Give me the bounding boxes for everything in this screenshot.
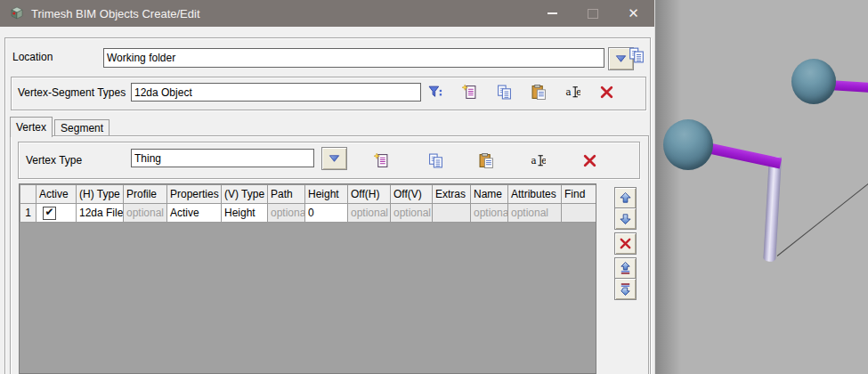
minimize-button[interactable] xyxy=(532,0,572,27)
cell-profile[interactable]: optional xyxy=(124,204,167,223)
col-extras[interactable]: Extras xyxy=(433,185,471,204)
col-active[interactable]: Active xyxy=(37,185,77,204)
chevron-down-icon xyxy=(328,152,341,166)
new-item-icon[interactable] xyxy=(461,84,477,100)
move-up-button[interactable] xyxy=(614,187,637,209)
col-off-v[interactable]: Off(V) xyxy=(391,185,433,204)
close-icon: ✕ xyxy=(628,5,639,21)
maximize-icon xyxy=(588,9,598,19)
corner-header xyxy=(20,185,37,204)
copy-pages-icon xyxy=(629,47,645,63)
col-h-type[interactable]: (H) Type xyxy=(77,185,124,204)
minimize-icon xyxy=(548,12,557,14)
arrow-bottom-icon xyxy=(619,282,632,296)
rename-icon[interactable] xyxy=(564,84,580,100)
sphere-vertex xyxy=(791,59,836,104)
tab-segment-label: Segment xyxy=(61,122,103,134)
col-properties[interactable]: Properties xyxy=(167,185,222,204)
model-viewport[interactable] xyxy=(654,0,868,374)
cell-properties[interactable]: Active xyxy=(167,204,222,223)
vertex-type-label: Vertex Type xyxy=(26,154,82,167)
col-off-h[interactable]: Off(H) xyxy=(348,185,391,204)
sphere-vertex xyxy=(663,119,713,170)
filter-choice-icon[interactable] xyxy=(427,84,443,100)
types-input[interactable] xyxy=(131,83,421,102)
arrow-top-icon xyxy=(619,262,632,275)
vertex-type-input[interactable] xyxy=(131,149,314,167)
grid-header-row: Active (H) Type Profile Properties (V) T… xyxy=(20,185,596,204)
tab-bar: Vertex Segment xyxy=(10,115,110,136)
rename-icon[interactable] xyxy=(530,152,546,168)
tab-vertex[interactable]: Vertex xyxy=(10,117,53,137)
location-input[interactable] xyxy=(103,48,604,68)
delete-row-button[interactable] xyxy=(614,232,637,255)
window-title: Trimesh BIM Objects Create/Edit xyxy=(31,7,200,20)
chevron-down-icon xyxy=(614,53,628,66)
trimesh-bim-dialog: Trimesh BIM Objects Create/Edit ✕ Locati… xyxy=(0,0,655,374)
titlebar[interactable]: Trimesh BIM Objects Create/Edit ✕ xyxy=(0,0,654,27)
cell-off-h[interactable]: optional xyxy=(348,204,391,223)
arrow-up-icon xyxy=(619,191,632,205)
col-path[interactable]: Path xyxy=(268,185,305,204)
delete-icon[interactable] xyxy=(581,152,597,168)
tab-segment[interactable]: Segment xyxy=(54,119,110,136)
cell-extras[interactable] xyxy=(433,204,471,223)
tab-vertex-label: Vertex xyxy=(16,121,46,134)
cell-active[interactable]: ✔ xyxy=(37,204,77,223)
vertical-cylinder xyxy=(763,157,782,263)
paste-icon[interactable] xyxy=(531,84,547,100)
row-number[interactable]: 1 xyxy=(20,204,37,223)
active-checkbox[interactable]: ✔ xyxy=(43,207,56,220)
paste-icon[interactable] xyxy=(478,152,494,168)
move-to-bottom-button[interactable] xyxy=(614,278,637,300)
dialog-drop-shadow xyxy=(654,0,681,374)
delete-icon xyxy=(619,237,632,250)
purple-segment xyxy=(706,142,783,168)
cell-name[interactable]: optional xyxy=(471,204,508,223)
arrow-down-icon xyxy=(619,212,632,225)
close-button[interactable]: ✕ xyxy=(612,0,654,27)
grid-row-1: 1 ✔ 12da File optional Active Height opt… xyxy=(20,204,596,223)
copy-icon[interactable] xyxy=(427,152,443,168)
cell-h-type[interactable]: 12da File xyxy=(77,204,124,223)
copy-panel-icon[interactable] xyxy=(629,47,645,63)
col-find[interactable]: Find xyxy=(562,185,596,204)
cell-height[interactable]: 0 xyxy=(305,204,348,223)
types-label: Vertex-Segment Types xyxy=(18,86,126,99)
new-item-icon[interactable] xyxy=(373,152,389,168)
col-height[interactable]: Height xyxy=(305,185,348,204)
col-profile[interactable]: Profile xyxy=(124,185,167,204)
vertex-grid: Active (H) Type Profile Properties (V) T… xyxy=(19,183,596,374)
maximize-button[interactable] xyxy=(572,0,612,27)
move-to-top-button[interactable] xyxy=(614,257,637,280)
copy-icon[interactable] xyxy=(496,84,512,100)
col-attributes[interactable]: Attributes xyxy=(508,185,562,204)
cell-off-v[interactable]: optional xyxy=(391,204,433,223)
cell-v-type[interactable]: Height xyxy=(222,204,268,223)
vertex-type-dropdown-button[interactable] xyxy=(321,147,347,170)
delete-icon[interactable] xyxy=(598,84,614,100)
move-down-button[interactable] xyxy=(614,207,637,230)
cell-path[interactable]: optional xyxy=(268,204,305,223)
col-name[interactable]: Name xyxy=(471,185,508,204)
cell-find[interactable] xyxy=(562,204,596,223)
app-cube-icon xyxy=(10,6,24,20)
cell-attributes[interactable]: optional xyxy=(508,204,562,223)
location-label: Location xyxy=(12,51,53,63)
wireframe-line xyxy=(777,183,868,256)
col-v-type[interactable]: (V) Type xyxy=(222,185,268,204)
